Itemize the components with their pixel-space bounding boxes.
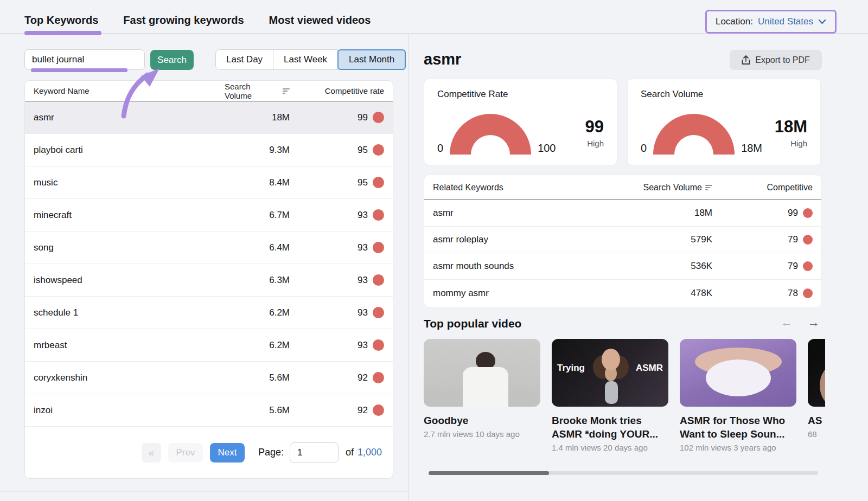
carousel-scrollbar-thumb[interactable] bbox=[429, 471, 549, 475]
table-row[interactable]: ishowspeed6.3M93 bbox=[25, 264, 393, 297]
carousel-next-icon[interactable]: → bbox=[807, 315, 820, 330]
table-row[interactable]: music8.4M95 bbox=[25, 166, 393, 199]
video-card[interactable]: AS68 bbox=[808, 339, 825, 465]
video-card[interactable]: ASMR for Those Who Want to Sleep Soun...… bbox=[680, 339, 796, 465]
volume-cell: 8.4M bbox=[225, 177, 290, 188]
rate-value: 79 bbox=[788, 234, 798, 245]
video-title: AS bbox=[808, 414, 825, 427]
tab-bar: Top Keywords Fast growing keywords Most … bbox=[24, 14, 371, 27]
gauge-level: High bbox=[775, 139, 807, 148]
column-search-volume[interactable]: Search Volume bbox=[636, 183, 712, 192]
video-thumbnail bbox=[424, 339, 540, 407]
video-card[interactable]: TryingASMRBrooke Monk tries ASMR *doing … bbox=[552, 339, 668, 465]
column-search-volume[interactable]: Search Volume bbox=[225, 82, 290, 100]
volume-cell: 6.7M bbox=[225, 210, 290, 221]
keyword-cell: asmr bbox=[433, 208, 636, 219]
pagination-bar: « Prev Next Page: of 1,000 bbox=[25, 427, 393, 478]
prev-page-button[interactable]: Prev bbox=[168, 443, 203, 463]
search-text-underline-annotation bbox=[31, 68, 127, 72]
rate-cell: 93 bbox=[290, 274, 384, 286]
page-number-input[interactable] bbox=[290, 442, 339, 463]
rate-dot-icon bbox=[373, 404, 384, 416]
page-label: Page: bbox=[258, 447, 284, 458]
column-related-keywords: Related Keywords bbox=[433, 183, 636, 192]
rate-dot-icon bbox=[803, 235, 813, 245]
column-competitive: Competitive bbox=[712, 183, 813, 192]
table-row[interactable]: schedule 16.2M93 bbox=[25, 297, 393, 329]
table-row[interactable]: song6.4M93 bbox=[25, 232, 393, 264]
filter-last-week[interactable]: Last Week bbox=[273, 49, 338, 70]
carousel-scrollbar-track[interactable] bbox=[429, 471, 818, 475]
keyword-table: Keyword Name Search Volume Competitive r… bbox=[24, 80, 393, 479]
competitive-rate-card: Competitive Rate 0 100 99 High bbox=[424, 79, 617, 165]
table-row[interactable]: mrbeast6.2M93 bbox=[25, 329, 393, 362]
volume-cell: 9.3M bbox=[225, 145, 290, 156]
rate-cell: 95 bbox=[290, 144, 384, 156]
table-row[interactable]: playboi carti9.3M95 bbox=[25, 134, 393, 166]
table-row[interactable]: minecraft6.7M93 bbox=[25, 199, 393, 232]
related-row[interactable]: mommy asmr478K78 bbox=[424, 280, 821, 306]
search-button[interactable]: Search bbox=[150, 50, 194, 70]
gauge-arc bbox=[450, 114, 531, 155]
filter-last-month[interactable]: Last Month bbox=[337, 49, 406, 70]
video-card[interactable]: Goodbye2.7 mln views 10 days ago bbox=[424, 339, 540, 465]
rate-dot-icon bbox=[373, 339, 384, 351]
bottom-divider bbox=[0, 491, 409, 492]
related-row[interactable]: asmr mouth sounds536K79 bbox=[424, 253, 821, 280]
gauge-value: 99 bbox=[585, 118, 604, 135]
export-to-pdf-button[interactable]: Export to PDF bbox=[730, 50, 822, 70]
next-page-button[interactable]: Next bbox=[210, 443, 245, 463]
filter-last-day[interactable]: Last Day bbox=[215, 49, 273, 70]
rate-cell: 78 bbox=[712, 288, 813, 299]
rate-cell: 92 bbox=[290, 372, 384, 383]
search-input[interactable] bbox=[24, 49, 145, 70]
video-carousel: Goodbye2.7 mln views 10 days agoTryingAS… bbox=[424, 339, 825, 465]
rate-cell: 93 bbox=[290, 242, 384, 253]
sort-icon[interactable] bbox=[705, 185, 712, 190]
rate-dot-icon bbox=[803, 208, 813, 218]
gauge-title: Competitive Rate bbox=[437, 89, 604, 100]
gauge-max-label: 18M bbox=[741, 143, 762, 155]
volume-cell: 6.2M bbox=[225, 340, 290, 351]
keyword-cell: mommy asmr bbox=[433, 288, 636, 299]
volume-cell: 18M bbox=[225, 112, 290, 123]
location-value[interactable]: United States bbox=[758, 16, 813, 27]
volume-cell: 6.3M bbox=[225, 275, 290, 286]
keyword-cell: minecraft bbox=[34, 210, 225, 221]
volume-cell: 478K bbox=[636, 288, 712, 299]
table-row[interactable]: coryxkenshin5.6M92 bbox=[25, 362, 393, 394]
sort-icon[interactable] bbox=[283, 88, 290, 94]
location-dropdown[interactable]: Location: United States bbox=[705, 10, 837, 34]
keyword-cell: asmr mouth sounds bbox=[433, 261, 636, 272]
rate-value: 92 bbox=[358, 372, 368, 383]
active-tab-underline-annotation bbox=[24, 31, 101, 35]
carousel-prev-icon[interactable]: ← bbox=[780, 315, 793, 330]
volume-cell: 579K bbox=[636, 234, 712, 245]
column-keyword-name: Keyword Name bbox=[34, 86, 225, 95]
keyword-table-body: asmr18M99playboi carti9.3M95music8.4M95m… bbox=[25, 101, 393, 427]
location-label: Location: bbox=[716, 16, 753, 27]
rate-value: 79 bbox=[788, 261, 798, 272]
video-thumbnail bbox=[808, 339, 825, 407]
keyword-cell: ishowspeed bbox=[34, 275, 225, 286]
total-pages-link[interactable]: 1,000 bbox=[358, 447, 382, 458]
rate-cell: 93 bbox=[290, 209, 384, 221]
rate-cell: 79 bbox=[712, 261, 813, 272]
export-icon bbox=[742, 55, 750, 65]
keyword-cell: song bbox=[34, 242, 225, 253]
tab-fast-growing-keywords[interactable]: Fast growing keywords bbox=[123, 14, 244, 27]
first-page-button[interactable]: « bbox=[142, 443, 161, 463]
tab-most-viewed-videos[interactable]: Most viewed videos bbox=[269, 14, 371, 27]
selected-keyword-title: asmr bbox=[424, 50, 461, 68]
related-row[interactable]: asmr roleplay579K79 bbox=[424, 227, 821, 253]
keyword-cell: asmr roleplay bbox=[433, 234, 636, 245]
table-row[interactable]: inzoi5.6M92 bbox=[25, 394, 393, 427]
rate-value: 92 bbox=[358, 405, 368, 416]
tab-top-keywords[interactable]: Top Keywords bbox=[24, 14, 98, 27]
table-row[interactable]: asmr18M99 bbox=[25, 101, 393, 134]
rate-value: 95 bbox=[358, 145, 368, 156]
keyword-cell: inzoi bbox=[34, 405, 225, 416]
rate-value: 99 bbox=[358, 112, 368, 123]
related-row[interactable]: asmr18M99 bbox=[424, 200, 821, 227]
gauge-level: High bbox=[585, 139, 604, 148]
